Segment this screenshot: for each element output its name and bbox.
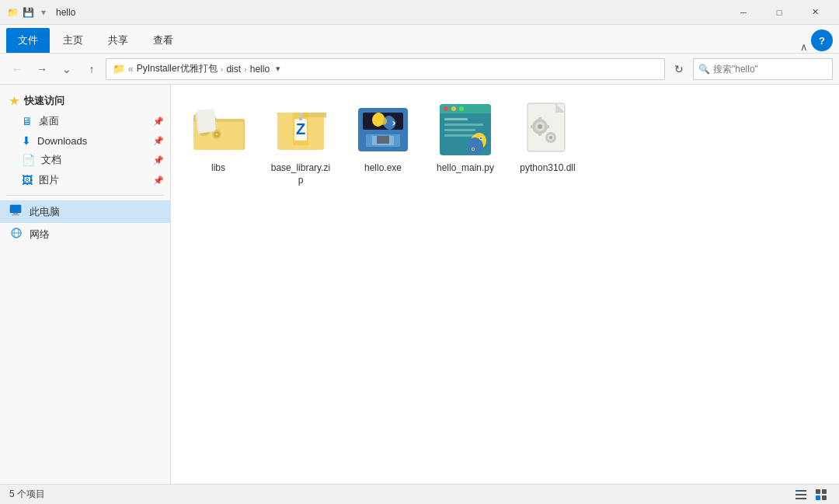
sidebar-item-downloads[interactable]: ⬇ Downloads 📌 bbox=[0, 131, 170, 150]
svg-point-50 bbox=[538, 124, 542, 129]
recent-locations-button[interactable]: ⌄ bbox=[56, 58, 78, 80]
sidebar-item-documents[interactable]: 📄 文档 📌 bbox=[0, 150, 170, 170]
svg-text:›: › bbox=[391, 116, 397, 129]
exe-icon: › bbox=[355, 102, 411, 158]
file-item-py[interactable]: hello_main.py bbox=[430, 97, 500, 191]
svg-rect-18 bbox=[299, 113, 302, 117]
svg-point-57 bbox=[549, 136, 552, 139]
file-label-py: hello_main.py bbox=[437, 162, 494, 175]
pin-icon-pictures: 📌 bbox=[153, 176, 164, 186]
svg-rect-61 bbox=[795, 490, 799, 492]
up-button[interactable]: ↑ bbox=[81, 58, 103, 80]
svg-point-35 bbox=[459, 106, 464, 111]
tab-home[interactable]: 主页 bbox=[51, 28, 95, 53]
tab-view[interactable]: 查看 bbox=[141, 28, 185, 53]
forward-button[interactable]: → bbox=[31, 58, 53, 80]
file-item-libs[interactable]: libs bbox=[183, 97, 253, 191]
file-item-zip[interactable]: Z base_library.zip bbox=[266, 97, 336, 191]
quick-access-label: 快速访问 bbox=[24, 94, 64, 108]
pin-icon-documents: 📌 bbox=[153, 155, 164, 165]
file-item-exe[interactable]: › hello.exe bbox=[348, 97, 418, 191]
downloads-icon: ⬇ bbox=[22, 134, 31, 147]
refresh-button[interactable]: ↻ bbox=[668, 58, 690, 80]
pictures-icon: 🖼 bbox=[22, 174, 33, 186]
save-icon: 💾 bbox=[22, 6, 34, 19]
pin-icon-desktop: 📌 bbox=[153, 116, 164, 127]
py-icon bbox=[437, 102, 493, 158]
folder-icon: 📁 bbox=[6, 6, 19, 19]
svg-rect-59 bbox=[795, 494, 806, 495]
main-content: ★ 快速访问 🖥 桌面 📌 ⬇ Downloads 📌 📄 文档 📌 🖼 图片 … bbox=[0, 85, 839, 484]
back-button[interactable]: ← bbox=[6, 58, 28, 80]
details-view-button[interactable] bbox=[792, 486, 809, 503]
desktop-icon: 🖥 bbox=[22, 115, 33, 127]
svg-rect-2 bbox=[12, 214, 19, 216]
svg-rect-53 bbox=[531, 125, 534, 128]
tab-file[interactable]: 文件 bbox=[6, 28, 50, 53]
sidebar-item-downloads-label: Downloads bbox=[37, 135, 87, 147]
sep1: › bbox=[221, 64, 224, 74]
sidebar-item-desktop[interactable]: 🖥 桌面 📌 bbox=[0, 111, 170, 131]
status-bar: 5 个项目 bbox=[0, 484, 839, 504]
file-item-dll[interactable]: python310.dll bbox=[513, 97, 583, 191]
svg-rect-32 bbox=[440, 110, 491, 113]
svg-point-44 bbox=[480, 137, 482, 139]
svg-rect-65 bbox=[822, 495, 827, 500]
search-icon: 🔍 bbox=[698, 64, 710, 75]
tab-share[interactable]: 共享 bbox=[96, 28, 140, 53]
address-bar: ← → ⌄ ↑ 📁 « PyInstaller优雅打包 › dist › hel… bbox=[0, 54, 839, 85]
svg-rect-62 bbox=[816, 489, 820, 494]
file-label-zip: base_library.zip bbox=[269, 162, 332, 186]
search-box[interactable]: 🔍 bbox=[693, 58, 833, 80]
sidebar-item-pictures-label: 图片 bbox=[39, 173, 59, 187]
sidebar: ★ 快速访问 🖥 桌面 📌 ⬇ Downloads 📌 📄 文档 📌 🖼 图片 … bbox=[0, 85, 171, 484]
ribbon-tabs: 文件 主页 共享 查看 ∧ ? bbox=[0, 25, 839, 53]
svg-rect-54 bbox=[546, 125, 549, 128]
path-part-3: hello bbox=[250, 64, 270, 75]
path-part-1: PyInstaller优雅打包 bbox=[137, 62, 218, 75]
sidebar-item-pictures[interactable]: 🖼 图片 📌 bbox=[0, 170, 170, 190]
sidebar-item-desktop-label: 桌面 bbox=[39, 114, 59, 128]
search-input[interactable] bbox=[713, 64, 830, 75]
dropdown-arrow-icon: ▾ bbox=[37, 6, 50, 19]
maximize-button[interactable]: □ bbox=[761, 0, 797, 25]
tiles-view-button[interactable] bbox=[813, 486, 830, 503]
sidebar-item-network[interactable]: 网络 bbox=[0, 223, 170, 245]
pin-icon-downloads: 📌 bbox=[153, 136, 164, 146]
address-box[interactable]: 📁 « PyInstaller优雅打包 › dist › hello ▾ bbox=[106, 58, 665, 80]
help-button[interactable]: ? bbox=[811, 30, 833, 51]
svg-rect-0 bbox=[10, 205, 21, 213]
svg-rect-38 bbox=[444, 129, 475, 131]
path-sep-prefix: « bbox=[128, 64, 134, 75]
address-dropdown-icon[interactable]: ▾ bbox=[276, 64, 280, 74]
file-label-libs: libs bbox=[211, 162, 225, 175]
sidebar-item-documents-label: 文档 bbox=[41, 153, 61, 167]
files-grid: libs Z bbox=[183, 97, 827, 191]
svg-rect-1 bbox=[13, 213, 18, 214]
minimize-button[interactable]: ─ bbox=[726, 0, 761, 25]
window-controls: ─ □ ✕ bbox=[726, 0, 833, 25]
sidebar-item-network-label: 网络 bbox=[30, 228, 50, 242]
close-button[interactable]: ✕ bbox=[797, 0, 833, 25]
svg-point-45 bbox=[472, 148, 474, 150]
ribbon-expand-icon[interactable]: ∧ bbox=[800, 41, 808, 53]
dll-icon bbox=[520, 102, 576, 158]
svg-point-33 bbox=[444, 106, 448, 111]
documents-icon: 📄 bbox=[22, 154, 35, 166]
sidebar-item-this-pc[interactable]: 此电脑 bbox=[0, 200, 170, 223]
svg-rect-13 bbox=[197, 109, 215, 131]
svg-rect-36 bbox=[444, 118, 468, 120]
file-label-exe: hello.exe bbox=[364, 162, 402, 175]
star-icon: ★ bbox=[9, 95, 19, 107]
quick-access-header[interactable]: ★ 快速访问 bbox=[0, 91, 170, 111]
sep2: › bbox=[244, 64, 247, 74]
svg-rect-29 bbox=[377, 136, 389, 144]
file-label-dll: python310.dll bbox=[520, 162, 575, 175]
sidebar-divider-1 bbox=[6, 195, 164, 196]
svg-point-34 bbox=[451, 106, 456, 111]
svg-rect-63 bbox=[822, 489, 827, 494]
sidebar-item-this-pc-label: 此电脑 bbox=[30, 205, 60, 219]
svg-point-25 bbox=[379, 117, 387, 125]
ribbon: 文件 主页 共享 查看 ∧ ? bbox=[0, 25, 839, 54]
network-icon bbox=[9, 227, 23, 242]
